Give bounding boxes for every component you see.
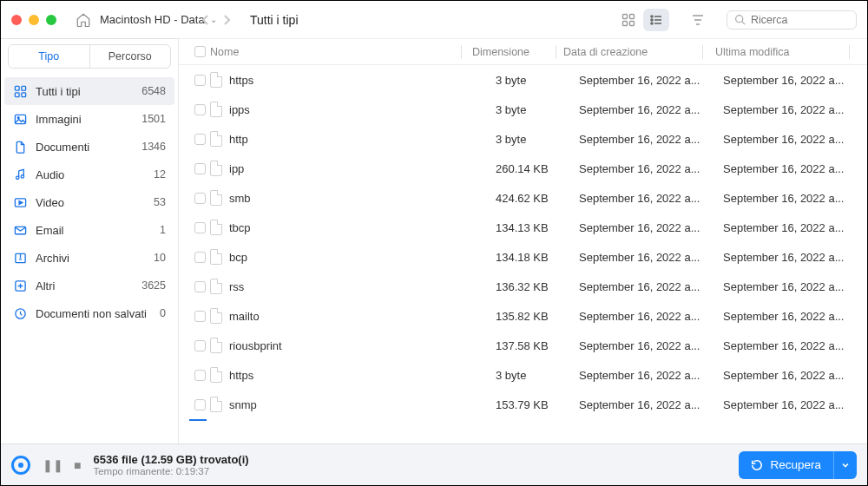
file-name: tbcp [229, 221, 251, 234]
table-row[interactable]: tbcp134.13 KBSeptember 16, 2022 a...Sept… [179, 213, 867, 242]
audio-icon [13, 167, 27, 181]
sidebar-item-archive[interactable]: Archivi10 [1, 244, 178, 272]
time-remaining-label: Tempo rimanente: 0:19:37 [93, 466, 248, 476]
row-checkbox[interactable] [194, 252, 206, 263]
table-row[interactable]: bcp134.18 KBSeptember 16, 2022 a...Septe… [179, 242, 867, 272]
sidebar-item-images[interactable]: Immagini1501 [1, 105, 178, 133]
nav-forward-button[interactable] [222, 14, 231, 26]
table-row[interactable]: rss136.32 KBSeptember 16, 2022 a...Septe… [179, 272, 867, 301]
row-checkbox[interactable] [194, 311, 206, 322]
file-modified: September 16, 2022 a... [718, 398, 857, 411]
search-input[interactable] [751, 14, 849, 26]
document-icon [13, 140, 27, 154]
sidebar-item-label: Email [36, 224, 64, 237]
stop-scan-button[interactable]: ■ [74, 458, 81, 472]
file-name: bcp [229, 251, 247, 264]
svg-rect-14 [630, 14, 635, 18]
row-checkbox[interactable] [194, 222, 206, 233]
sidebar-item-count: 53 [154, 196, 166, 208]
sidebar-item-video[interactable]: Video53 [1, 188, 178, 216]
row-checkbox[interactable] [194, 340, 206, 351]
col-header-size[interactable]: Dimensione [469, 46, 556, 58]
toolbar: Tutti i tipi [179, 1, 867, 39]
svg-rect-0 [15, 86, 19, 90]
select-all-checkbox[interactable] [194, 46, 206, 57]
svg-point-7 [21, 174, 23, 177]
category-list: Tutti i tipi6548Immagini1501Documenti134… [1, 76, 178, 443]
file-modified: September 16, 2022 a... [718, 251, 857, 264]
col-header-created[interactable]: Data di creazione [563, 46, 702, 58]
file-modified: September 16, 2022 a... [718, 162, 857, 175]
svg-rect-4 [15, 115, 25, 123]
view-list-button[interactable] [643, 9, 669, 31]
sidebar-item-label: Video [36, 196, 64, 209]
sidebar-item-count: 12 [154, 168, 166, 181]
svg-point-17 [651, 16, 653, 17]
other-icon [13, 279, 27, 292]
file-size: 3 byte [492, 103, 579, 116]
table-row[interactable]: snmp153.79 KBSeptember 16, 2022 a...Sept… [179, 390, 867, 419]
home-icon[interactable] [76, 12, 91, 28]
file-modified: September 16, 2022 a... [718, 74, 857, 87]
table-row[interactable]: https3 byteSeptember 16, 2022 a...Septem… [179, 360, 867, 390]
row-checkbox[interactable] [194, 193, 206, 204]
svg-rect-2 [15, 92, 19, 96]
svg-point-6 [16, 176, 18, 179]
svg-rect-1 [21, 86, 25, 90]
close-window-button[interactable] [11, 15, 22, 25]
maximize-window-button[interactable] [46, 15, 56, 25]
row-checkbox[interactable] [194, 370, 206, 381]
search-box[interactable] [727, 10, 857, 30]
file-size: 135.82 KB [492, 310, 579, 323]
sidebar-item-audio[interactable]: Audio12 [1, 161, 178, 188]
refresh-icon [751, 459, 763, 471]
table-row[interactable]: riousbprint137.58 KBSeptember 16, 2022 a… [179, 331, 867, 360]
table-row[interactable]: smb424.62 KBSeptember 16, 2022 a...Septe… [179, 183, 867, 213]
scan-progress-indicator [189, 419, 207, 421]
row-checkbox[interactable] [194, 399, 206, 410]
sidebar-tab-type[interactable]: Tipo [9, 45, 90, 68]
nav-back-button[interactable] [201, 14, 210, 26]
recover-button[interactable]: Recupera [739, 451, 833, 479]
view-grid-button[interactable] [615, 9, 641, 31]
recover-button-group: Recupera [739, 451, 857, 479]
row-checkbox[interactable] [194, 163, 206, 174]
file-modified: September 16, 2022 a... [718, 103, 857, 116]
sidebar-item-unsaved[interactable]: Documenti non salvati0 [1, 299, 178, 327]
archive-icon [13, 251, 27, 265]
svg-rect-3 [21, 92, 25, 96]
table-row[interactable]: http3 byteSeptember 16, 2022 a...Septemb… [179, 124, 867, 154]
minimize-window-button[interactable] [29, 15, 39, 25]
table-row[interactable]: ipps3 byteSeptember 16, 2022 a...Septemb… [179, 95, 867, 124]
sidebar-item-count: 1501 [141, 113, 166, 125]
row-checkbox[interactable] [194, 75, 206, 86]
filter-button[interactable] [685, 9, 711, 31]
pause-scan-button[interactable]: ❚❚ [43, 458, 63, 472]
sidebar-item-all[interactable]: Tutti i tipi6548 [4, 77, 174, 105]
sidebar-item-other[interactable]: Altri3625 [1, 272, 178, 299]
recover-dropdown-button[interactable] [833, 451, 857, 479]
col-header-modified[interactable]: Ultima modifica [710, 46, 849, 58]
file-icon [210, 338, 222, 353]
file-created: September 16, 2022 a... [579, 398, 718, 411]
sidebar-tab-path[interactable]: Percorso [90, 45, 171, 68]
col-header-name[interactable]: Nome [210, 46, 461, 58]
table-row[interactable]: https3 byteSeptember 16, 2022 a...Septem… [179, 65, 867, 95]
file-icon [210, 220, 222, 235]
sidebar-item-count: 0 [160, 307, 166, 319]
table-row[interactable]: ipp260.14 KBSeptember 16, 2022 a...Septe… [179, 154, 867, 183]
svg-point-23 [736, 16, 743, 23]
file-created: September 16, 2022 a... [579, 192, 718, 205]
row-checkbox[interactable] [194, 281, 206, 292]
file-created: September 16, 2022 a... [579, 339, 718, 352]
sidebar-item-email[interactable]: Email1 [1, 216, 178, 244]
file-created: September 16, 2022 a... [579, 310, 718, 323]
sidebar-item-docs[interactable]: Documenti1346 [1, 133, 178, 161]
row-checkbox[interactable] [194, 104, 206, 115]
table-row[interactable]: mailto135.82 KBSeptember 16, 2022 a...Se… [179, 301, 867, 331]
row-checkbox[interactable] [194, 134, 206, 145]
file-icon [210, 161, 222, 176]
file-name: mailto [229, 310, 260, 323]
file-created: September 16, 2022 a... [579, 221, 718, 234]
file-icon [210, 308, 222, 324]
